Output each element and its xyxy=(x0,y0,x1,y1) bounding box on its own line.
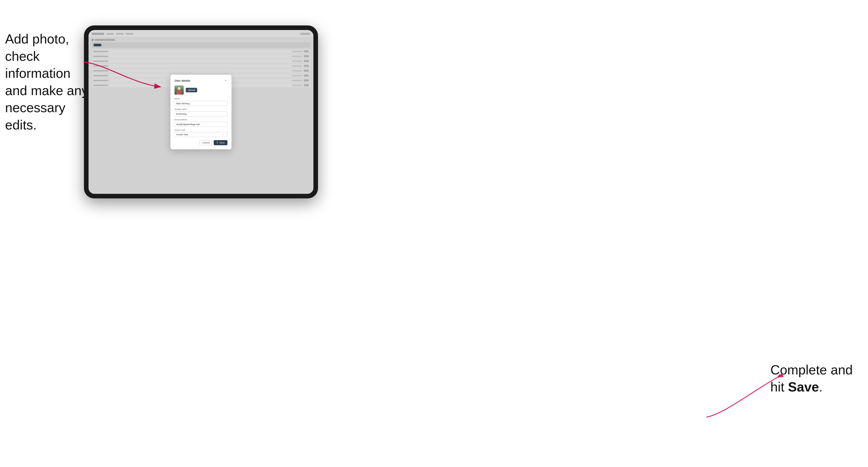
tablet-screen: User details × Upload Name xyxy=(89,30,313,194)
name-field-group: Name xyxy=(175,98,227,106)
page-root: Add photo, check information and make an… xyxy=(0,0,868,467)
modal-title: User details xyxy=(175,79,190,82)
modal-footer: Cancel ⬆ Save xyxy=(175,140,227,145)
user-details-modal: User details × Upload Name xyxy=(170,75,231,149)
clear-school-year-icon[interactable]: × xyxy=(223,133,224,135)
tablet-frame: User details × Upload Name xyxy=(84,25,318,198)
school-year-field-group: School Year × ⌄ xyxy=(175,129,227,137)
email-field-group: Email address xyxy=(175,119,227,127)
school-year-icons: × ⌄ xyxy=(223,133,226,135)
upload-photo-button[interactable]: Upload xyxy=(186,88,197,92)
display-name-field-group: Display name xyxy=(175,108,227,117)
modal-header: User details × xyxy=(175,79,227,83)
email-input[interactable] xyxy=(175,122,227,127)
modal-close-button[interactable]: × xyxy=(224,79,227,83)
annotation-left: Add photo, check information and make an… xyxy=(5,31,92,134)
school-year-label: School Year xyxy=(175,129,227,131)
annotation-right: Complete and hit Save. xyxy=(770,362,853,396)
cancel-button[interactable]: Cancel xyxy=(199,140,212,145)
save-icon: ⬆ xyxy=(216,142,218,144)
modal-overlay: User details × Upload Name xyxy=(89,30,313,194)
person-silhouette xyxy=(175,86,184,95)
user-photo-thumbnail xyxy=(175,86,184,95)
name-input[interactable] xyxy=(175,101,227,106)
display-name-label: Display name xyxy=(175,108,227,111)
school-year-wrapper: × ⌄ xyxy=(175,132,227,137)
chevron-down-icon: ⌄ xyxy=(225,133,226,135)
save-button[interactable]: ⬆ Save xyxy=(214,140,227,145)
photo-section: Upload xyxy=(175,86,227,95)
email-label: Email address xyxy=(175,119,227,121)
display-name-input[interactable] xyxy=(175,112,227,117)
name-label: Name xyxy=(175,98,227,100)
school-year-input[interactable] xyxy=(175,132,227,137)
